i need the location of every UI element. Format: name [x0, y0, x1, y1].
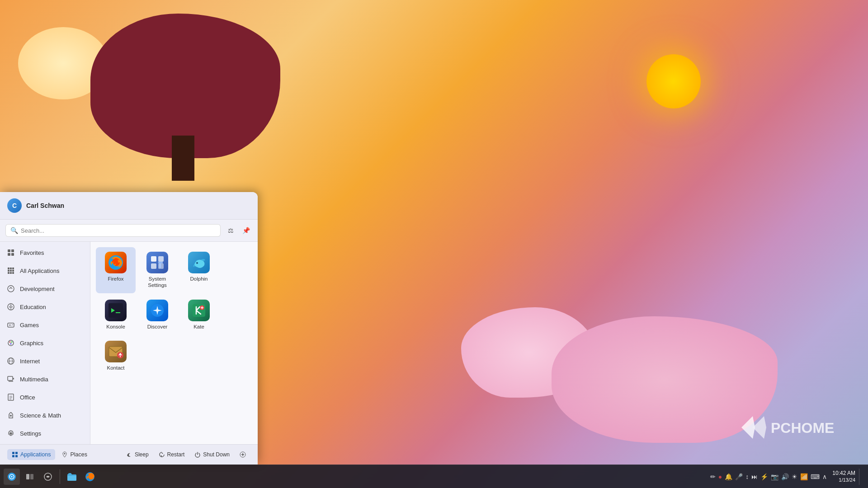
app-grid: Firefox System Settings [96, 247, 252, 376]
search-actions: ⚖ 📌 [224, 224, 252, 237]
svg-rect-11 [10, 270, 12, 272]
sidebar-item-games[interactable]: Games [0, 316, 90, 334]
mic-tray-icon[interactable]: 🎤 [735, 473, 743, 480]
svg-marker-1 [753, 416, 766, 439]
svg-point-24 [8, 340, 14, 346]
expand-tray-icon[interactable]: ∧ [822, 473, 827, 480]
svg-rect-8 [10, 267, 12, 269]
brightness-tray-icon[interactable]: ☀ [792, 473, 797, 480]
sidebar-item-multimedia[interactable]: Multimedia [0, 370, 90, 388]
kontact-label: Kontact [107, 365, 125, 371]
taskbar-firefox[interactable] [82, 469, 98, 485]
show-desktop-button[interactable] [859, 469, 863, 485]
svg-rect-45 [108, 303, 123, 318]
camera-tray-icon[interactable]: 📷 [771, 473, 778, 480]
media-tray-icon[interactable]: ⏭ [751, 473, 758, 480]
places-tab-label: Places [70, 451, 87, 458]
sidebar-item-office[interactable]: Office [0, 388, 90, 406]
netmonitor-tray-icon[interactable]: ↕ [745, 473, 749, 480]
sidebar-item-settings[interactable]: Settings [0, 424, 90, 442]
sidebar-item-favorites[interactable]: Favorites [0, 244, 90, 262]
app-item-kate[interactable]: Kate [179, 295, 219, 335]
app-item-firefox[interactable]: Firefox [96, 247, 136, 293]
app-item-discover[interactable]: Discover [137, 295, 177, 335]
svg-rect-54 [15, 452, 18, 454]
places-icon [61, 451, 68, 458]
sun [646, 54, 701, 108]
svg-point-38 [10, 432, 12, 435]
education-label: Education [20, 304, 46, 310]
more-button[interactable] [235, 449, 250, 460]
menu-search: 🔍 ⚖ 📌 [0, 220, 258, 242]
taskbar-right: ✏ ● 🔔 🎤 ↕ ⏭ ⚡ 📷 🔊 ☀ 📶 ⌨ ∧ [705, 469, 868, 485]
svg-rect-5 [8, 253, 10, 256]
search-input-wrapper[interactable]: 🔍 [5, 224, 221, 237]
development-label: Development [20, 286, 55, 292]
file-manager-icon [67, 472, 77, 482]
svg-rect-42 [151, 263, 156, 269]
taskbar-separator-1 [60, 469, 60, 484]
discover-label: Discover [147, 324, 168, 330]
dolphin-label: Dolphin [190, 276, 208, 282]
all-applications-label: All Applications [20, 267, 59, 274]
app-item-kontact[interactable]: Kontact [96, 336, 136, 376]
taskbar-activities[interactable] [40, 469, 56, 485]
svg-rect-3 [8, 249, 10, 252]
footer-tab-applications[interactable]: Applications [7, 449, 55, 460]
sidebar-item-science-math[interactable]: Science & Math [0, 406, 90, 424]
internet-icon [6, 357, 15, 366]
edit-tray-icon[interactable]: ✏ [710, 473, 716, 480]
app-item-konsole[interactable]: Konsole [96, 295, 136, 335]
svg-point-27 [10, 343, 12, 345]
pchome-watermark: PCHOME [732, 409, 841, 447]
discover-icon [146, 300, 168, 321]
bell-tray-icon[interactable]: 🔔 [725, 473, 732, 480]
svg-rect-53 [12, 452, 14, 454]
user-avatar: C [7, 198, 22, 213]
filter-button[interactable]: ⚖ [224, 224, 237, 237]
search-input[interactable] [21, 227, 216, 234]
taskbar: ✏ ● 🔔 🎤 ↕ ⏭ ⚡ 📷 🔊 ☀ 📶 ⌨ ∧ [0, 465, 868, 488]
restart-button[interactable]: Restart [154, 449, 189, 460]
taskbar-menu-button[interactable] [4, 469, 20, 485]
svg-point-57 [64, 453, 66, 455]
svg-rect-31 [8, 376, 13, 380]
sidebar-item-all-applications[interactable]: All Applications [0, 262, 90, 280]
svg-rect-55 [12, 455, 14, 457]
svg-point-23 [12, 324, 13, 325]
svg-rect-10 [8, 270, 9, 272]
multimedia-label: Multimedia [20, 376, 48, 383]
svg-rect-65 [30, 474, 33, 479]
svg-rect-9 [12, 267, 14, 269]
sidebar-item-internet[interactable]: Internet [0, 352, 90, 370]
notification-dot-icon[interactable]: ● [718, 473, 722, 480]
menu-header: C Carl Schwan [0, 192, 258, 220]
shutdown-button[interactable]: Shut Down [190, 449, 234, 460]
app-item-dolphin[interactable]: Dolphin [179, 247, 219, 293]
konsole-icon [105, 300, 127, 321]
svg-rect-6 [11, 253, 14, 256]
sleep-button[interactable]: Sleep [122, 449, 153, 460]
footer-tab-places[interactable]: Places [57, 449, 92, 460]
keyboard-tray-icon[interactable]: ⌨ [811, 473, 820, 480]
sidebar-item-development[interactable]: Development [0, 280, 90, 298]
favorites-icon [6, 248, 15, 257]
volume-tray-icon[interactable]: 🔊 [781, 473, 789, 480]
sidebar-item-education[interactable]: Education [0, 298, 90, 316]
svg-point-44 [196, 262, 198, 264]
kde-menu-icon [7, 472, 16, 481]
wifi-tray-icon[interactable]: 📶 [800, 473, 808, 480]
taskbar-clock[interactable]: 10:42 AM 1/13/24 [832, 470, 855, 483]
taskbar-filemanager[interactable] [64, 469, 80, 485]
kontact-icon [105, 341, 127, 362]
app-item-system-settings[interactable]: System Settings [137, 247, 177, 293]
sidebar-item-graphics[interactable]: Graphics [0, 334, 90, 352]
svg-rect-64 [26, 474, 29, 479]
applications-tab-label: Applications [20, 451, 51, 458]
svg-rect-14 [10, 272, 12, 274]
power-tray-icon[interactable]: ⚡ [760, 473, 768, 480]
pager-icon [25, 472, 34, 481]
pin-button[interactable]: 📌 [240, 224, 252, 237]
taskbar-pager[interactable] [22, 469, 38, 485]
system-settings-icon [146, 252, 168, 273]
